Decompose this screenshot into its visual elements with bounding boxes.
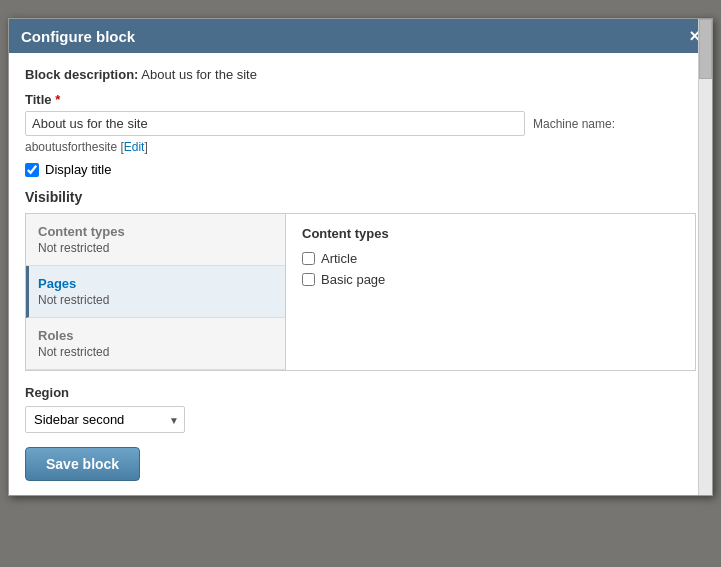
save-block-button[interactable]: Save block (25, 447, 140, 481)
display-title-row: Display title (25, 162, 696, 177)
content-type-article-item: Article (302, 251, 679, 266)
visibility-panel: Content types Not restricted Pages Not r… (25, 213, 696, 371)
content-type-basic-page-item: Basic page (302, 272, 679, 287)
content-type-article-label: Article (321, 251, 357, 266)
visibility-section-title: Visibility (25, 189, 696, 205)
region-label: Region (25, 385, 696, 400)
tab-content-types-label: Content types (38, 224, 273, 239)
region-select-container: Sidebar second Sidebar first Content Hea… (25, 406, 185, 433)
tab-pages-status: Not restricted (38, 293, 273, 307)
tab-pages-label: Pages (38, 276, 273, 291)
title-input[interactable] (25, 111, 525, 136)
display-title-label: Display title (45, 162, 111, 177)
region-select-wrapper: Sidebar second Sidebar first Content Hea… (25, 406, 696, 433)
visibility-tabs: Content types Not restricted Pages Not r… (26, 214, 286, 370)
display-title-checkbox[interactable] (25, 163, 39, 177)
machine-name-label: Machine name: (533, 117, 615, 131)
machine-name-value: aboutusforthesite [Edit] (25, 140, 696, 154)
required-marker: * (55, 92, 60, 107)
modal-body: Block description: About us for the site… (9, 53, 712, 495)
block-description-value: About us for the site (141, 67, 257, 82)
tab-roles-label: Roles (38, 328, 273, 343)
tab-roles-status: Not restricted (38, 345, 273, 359)
tab-pages[interactable]: Pages Not restricted (26, 266, 285, 318)
content-type-basic-page-label: Basic page (321, 272, 385, 287)
tab-content-types[interactable]: Content types Not restricted (26, 214, 285, 266)
scrollbar-thumb[interactable] (699, 19, 712, 79)
machine-name-edit-link[interactable]: Edit (124, 140, 145, 154)
content-type-basic-page-checkbox[interactable] (302, 273, 315, 286)
block-description-row: Block description: About us for the site (25, 67, 696, 82)
content-panel-title: Content types (302, 226, 679, 241)
tab-content-types-status: Not restricted (38, 241, 273, 255)
visibility-content-panel: Content types Article Basic page (286, 214, 695, 370)
region-select[interactable]: Sidebar second Sidebar first Content Hea… (25, 406, 185, 433)
modal-header: Configure block × (9, 19, 712, 53)
title-input-row: Machine name: (25, 111, 696, 136)
tab-roles[interactable]: Roles Not restricted (26, 318, 285, 370)
content-type-article-checkbox[interactable] (302, 252, 315, 265)
block-description-label: Block description: (25, 67, 138, 82)
scrollbar-track[interactable] (698, 19, 712, 495)
modal-title: Configure block (21, 28, 135, 45)
title-field-label: Title * (25, 92, 696, 107)
